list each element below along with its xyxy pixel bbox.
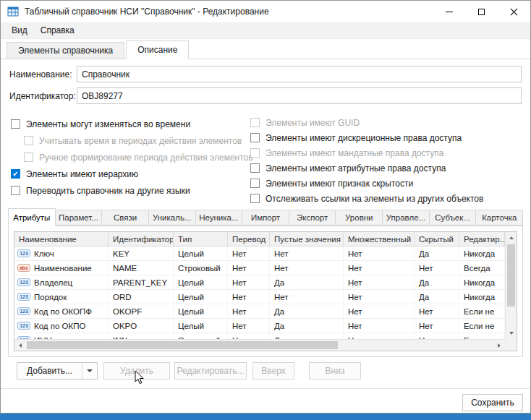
checkbox-row-manual-period[interactable]: Ручное формирование периода действия эле… [11, 149, 250, 166]
checkbox-row-attribute-rights[interactable]: Элементы имеют атрибутные права доступа [250, 160, 522, 176]
horizontal-scrollbar[interactable] [14, 339, 505, 351]
cell-empty: Да [270, 275, 344, 289]
column-header-identifier[interactable]: Идентификатор [109, 232, 174, 246]
column-header-translate[interactable]: Перевод [228, 232, 270, 246]
cell-name: Код по ОКПО [34, 322, 85, 330]
checkbox[interactable] [11, 169, 20, 179]
triangle-down-icon [509, 332, 514, 335]
table-row[interactable]: 123Ключ KEY Целый Нет Нет Нет Да Никогда [14, 247, 505, 261]
column-header-hidden[interactable]: Скрытый [415, 232, 459, 246]
name-field-row: Наименование: [9, 66, 522, 82]
vertical-scrollbar[interactable] [505, 232, 517, 339]
horizontal-scrollbar-thumb[interactable] [27, 341, 338, 349]
column-header-multiple[interactable]: Множественный [344, 232, 415, 246]
cell-multiple: Нет [344, 304, 415, 318]
tab-elements[interactable]: Элементы справочника [7, 42, 124, 59]
add-button[interactable]: Добавить... [17, 362, 98, 380]
cell-name: Порядок [34, 293, 67, 301]
tab-parameters[interactable]: Парамет... [56, 210, 103, 226]
name-input[interactable] [77, 66, 522, 82]
checkbox-row-mandatory-rights[interactable]: Элементы имеют мандатные права доступа [250, 145, 522, 160]
checkbox-row-time-periods[interactable]: Учитывать время в периодах действия элем… [11, 132, 250, 149]
title-bar[interactable]: Табличный справочник НСИ "Справочник" - … [1, 1, 530, 22]
tab-import[interactable]: Импорт [242, 210, 289, 226]
attribute-type-icon: 123 [17, 322, 30, 330]
attribute-type-icon: 123 [17, 293, 30, 301]
identifier-field-row: Идентификатор: [9, 87, 522, 104]
table-row[interactable]: 123Код по ОКПО OKPO Целый Нет Да Нет Нет… [14, 319, 505, 333]
cell-hidden: Да [415, 247, 459, 260]
checkbox[interactable] [250, 194, 260, 203]
checkbox[interactable] [250, 163, 260, 173]
checkbox-row-hierarchy[interactable]: Элементы имеют иерархию [11, 166, 250, 182]
tab-subjects[interactable]: Субъек... [430, 210, 477, 226]
cell-edit: Никогда [459, 247, 505, 260]
checkbox-label: Отслеживать ссылки на элементы из других… [266, 194, 483, 204]
app-icon [7, 6, 19, 17]
cell-identifier: OKOPF [109, 304, 174, 318]
add-dropdown-button[interactable] [82, 369, 97, 372]
tab-levels[interactable]: Уровни [336, 210, 383, 226]
column-header-edit[interactable]: Редактир... [459, 232, 505, 246]
menu-bar: Вид Справка [1, 22, 530, 39]
table-row[interactable]: 123Код по ОКОПФ OKOPF Целый Нет Да Нет Н… [14, 304, 505, 319]
checkbox-row-guid[interactable]: Элементы имеют GUID [250, 115, 522, 130]
checkbox[interactable] [250, 148, 260, 158]
checkbox[interactable] [11, 186, 20, 195]
cell-name: Код по ОКОПФ [34, 307, 92, 316]
save-button[interactable]: Сохранить [462, 394, 523, 411]
checkbox-row-discretionary-rights[interactable]: Элементы имеют дискреционные права досту… [250, 130, 522, 145]
cell-edit: Если не [459, 304, 505, 318]
cell-multiple: Нет [344, 290, 415, 304]
cell-multiple: Нет [344, 261, 415, 275]
column-header-name[interactable]: Наименование [14, 232, 109, 246]
minimize-button[interactable] [433, 1, 465, 22]
tab-links[interactable]: Связи [102, 210, 149, 226]
delete-button[interactable]: Удалить [103, 362, 170, 380]
table-row[interactable]: 123Порядок ORD Целый Нет Нет Нет Да Нико… [14, 290, 505, 304]
checkbox-row-translate[interactable]: Переводить справочник на другие языки [11, 182, 250, 199]
close-button[interactable] [498, 1, 530, 22]
checkbox[interactable] [24, 153, 33, 162]
scroll-left-button[interactable] [14, 340, 26, 351]
checkbox[interactable] [24, 136, 33, 145]
checkbox-label: Ручное формирование периода действия эле… [39, 153, 253, 163]
checkbox[interactable] [250, 118, 260, 127]
column-header-type[interactable]: Тип [174, 232, 228, 246]
scroll-up-button[interactable] [506, 232, 517, 244]
checkbox-row-hidden-flag[interactable]: Элементы имеют признак скрытости [250, 176, 522, 191]
vertical-scrollbar-thumb[interactable] [507, 244, 515, 307]
tab-attributes[interactable]: Атрибуты [8, 208, 56, 226]
tab-nonunique[interactable]: Неуника... [196, 210, 243, 226]
checkbox[interactable] [250, 179, 260, 188]
identifier-input[interactable] [77, 87, 522, 104]
move-down-button[interactable]: Вниз [309, 362, 361, 380]
checkbox-row-time-change[interactable]: Элементы могут изменяться во времени [11, 116, 250, 132]
tab-card[interactable]: Карточка [476, 210, 523, 226]
tab-description[interactable]: Описание [126, 40, 189, 59]
checkbox[interactable] [11, 119, 20, 129]
cell-multiple: Нет [344, 275, 415, 289]
menu-item-help[interactable]: Справка [34, 23, 81, 38]
add-button-label: Добавить... [17, 366, 82, 376]
table-row[interactable]: abcНаименование NAME Строковый Нет Нет Н… [14, 261, 505, 275]
scroll-down-button[interactable] [506, 327, 517, 339]
menu-item-view[interactable]: Вид [5, 23, 34, 38]
tab-management[interactable]: Управле... [383, 210, 430, 226]
options-area: Элементы могут изменяться во времени Учи… [11, 113, 522, 206]
maximize-button[interactable] [465, 1, 498, 22]
edit-button[interactable]: Редактировать... [174, 362, 247, 380]
taskbar-strip [0, 413, 531, 420]
tab-export[interactable]: Экспорт [289, 210, 336, 226]
scrollbar-corner [505, 339, 517, 351]
cell-translate: Нет [228, 319, 270, 333]
maximize-icon [478, 9, 485, 15]
checkbox-row-track-links[interactable]: Отслеживать ссылки на элементы из других… [250, 191, 522, 206]
column-header-empty[interactable]: Пустые значения [270, 232, 344, 246]
scroll-right-button[interactable] [493, 340, 505, 351]
tab-unique[interactable]: Уникаль... [149, 210, 196, 226]
table-row[interactable]: 123Владелец PARENT_KEY Целый Нет Да Нет … [14, 275, 505, 290]
checkbox[interactable] [250, 133, 260, 142]
checkbox-label: Элементы имеют признак скрытости [266, 179, 413, 189]
move-up-button[interactable]: Вверх [252, 362, 294, 380]
